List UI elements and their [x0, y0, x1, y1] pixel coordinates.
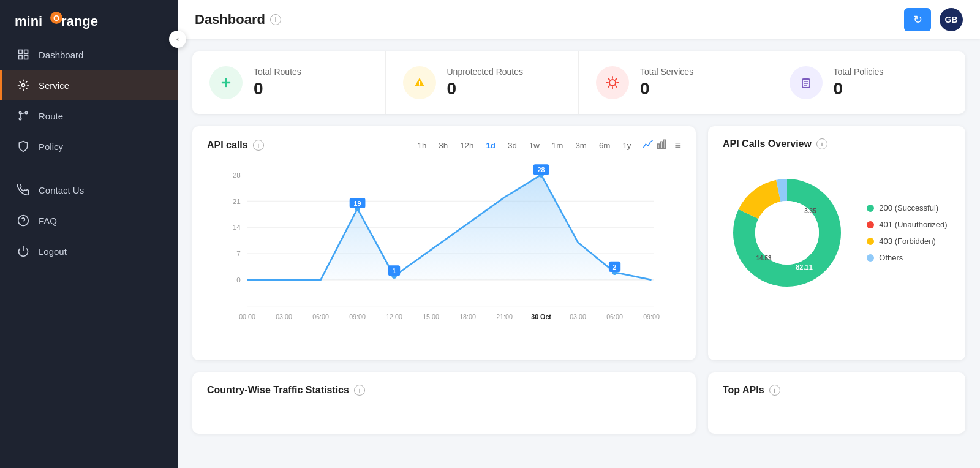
svg-text:28: 28: [233, 171, 241, 179]
svg-rect-5: [24, 50, 28, 54]
sidebar-item-route[interactable]: Route: [0, 100, 178, 131]
svg-text:06:00: 06:00: [312, 313, 329, 320]
stats-row: Total Routes 0 ! Unprotected Routes 0: [192, 51, 965, 114]
stat-info-unprotected-routes: Unprotected Routes 0: [447, 67, 524, 99]
legend-label-others: Others: [879, 253, 903, 262]
page-title: Dashboard i: [195, 12, 281, 28]
svg-text:03:00: 03:00: [570, 313, 586, 320]
power-icon: [17, 244, 30, 258]
total-policies-icon: [790, 66, 823, 99]
svg-text:30 Oct: 30 Oct: [531, 313, 551, 320]
svg-rect-7: [24, 56, 28, 59]
time-btn-1y[interactable]: 1y: [618, 139, 635, 152]
total-services-label: Total Services: [640, 67, 693, 77]
refresh-button[interactable]: ↻: [904, 8, 931, 31]
svg-rect-6: [19, 56, 23, 59]
total-routes-label: Total Routes: [254, 67, 301, 77]
donut-svg: 3.35 14.53 82.11: [726, 172, 848, 294]
svg-text:3.35: 3.35: [805, 208, 817, 214]
time-btn-3h[interactable]: 3h: [434, 139, 452, 152]
svg-text:09:00: 09:00: [643, 313, 660, 320]
sidebar-item-label: Logout: [39, 246, 67, 257]
time-btn-3m[interactable]: 3m: [571, 139, 591, 152]
total-services-icon: [596, 66, 629, 99]
total-policies-value: 0: [834, 79, 884, 99]
country-traffic-title: Country-Wise Traffic Statistics i: [207, 385, 681, 396]
stat-card-total-routes: Total Routes 0: [192, 51, 386, 114]
topbar-right: ↻ GB: [904, 8, 963, 31]
sidebar-item-label: Contact Us: [39, 185, 84, 195]
time-btn-3d[interactable]: 3d: [503, 139, 521, 152]
time-btn-12h[interactable]: 12h: [456, 139, 478, 152]
stat-info-total-policies: Total Policies 0: [834, 67, 884, 99]
svg-rect-21: [661, 142, 663, 148]
time-filters: 1h 3h 12h 1d 3d 1w 1m 3m 6m 1y: [413, 139, 636, 152]
svg-text:09:00: 09:00: [349, 313, 366, 320]
grid-icon: [17, 48, 30, 61]
svg-text:O: O: [53, 13, 59, 23]
line-chart-btn[interactable]: [643, 138, 654, 152]
shield-icon: [17, 140, 30, 153]
sidebar: mini O range ‹ Dashboard Servic: [0, 0, 178, 468]
time-btn-6m[interactable]: 6m: [595, 139, 615, 152]
svg-text:14.53: 14.53: [756, 255, 772, 262]
svg-rect-22: [664, 140, 666, 148]
svg-text:!: !: [418, 81, 420, 88]
unprotected-routes-value: 0: [447, 79, 524, 99]
svg-text:2: 2: [613, 263, 617, 271]
content-area: Total Routes 0 ! Unprotected Routes 0: [178, 39, 980, 446]
api-calls-info-icon[interactable]: i: [253, 140, 264, 151]
svg-point-9: [19, 118, 21, 119]
country-traffic-info-icon[interactable]: i: [354, 385, 365, 396]
sidebar-item-logout[interactable]: Logout: [0, 236, 178, 266]
time-btn-1d[interactable]: 1d: [481, 139, 500, 152]
line-chart-svg: 28 21 14 7 0: [207, 162, 681, 345]
svg-text:12:00: 12:00: [386, 313, 402, 320]
legend-dot-401: [867, 221, 874, 228]
stat-info-total-services: Total Services 0: [640, 67, 693, 99]
sidebar-item-label: FAQ: [39, 216, 57, 226]
top-apis-info-icon[interactable]: i: [769, 385, 780, 396]
sidebar-item-label: Service: [39, 80, 69, 91]
logo: mini O range: [0, 0, 178, 39]
sidebar-item-service[interactable]: Service: [0, 70, 178, 100]
api-overview-chart-card: API Calls Overview i: [708, 126, 965, 360]
api-overview-chart-title: API Calls Overview i: [723, 138, 827, 149]
country-traffic-card: Country-Wise Traffic Statistics i: [192, 372, 696, 434]
svg-text:19: 19: [354, 200, 361, 207]
chart-menu-icon[interactable]: ≡: [674, 139, 681, 152]
svg-rect-20: [658, 144, 660, 149]
svg-text:15:00: 15:00: [423, 313, 439, 320]
total-routes-icon: [209, 66, 243, 99]
sidebar-item-label: Dashboard: [39, 50, 83, 60]
stat-card-total-services: Total Services 0: [579, 51, 772, 114]
svg-text:14: 14: [233, 223, 241, 231]
time-btn-1h[interactable]: 1h: [413, 139, 431, 152]
sidebar-item-faq[interactable]: FAQ: [0, 205, 178, 236]
legend-dot-others: [867, 254, 874, 262]
svg-text:range: range: [61, 13, 98, 29]
legend-item-403: 403 (Forbidden): [867, 236, 947, 246]
sidebar-item-policy[interactable]: Policy: [0, 131, 178, 162]
total-routes-value: 0: [254, 79, 301, 99]
bar-chart-btn[interactable]: [656, 138, 667, 152]
sidebar-item-dashboard[interactable]: Dashboard: [0, 39, 178, 70]
sidebar-item-contact[interactable]: Contact Us: [0, 175, 178, 205]
legend-item-200: 200 (Successful): [867, 203, 947, 213]
bottom-row: Country-Wise Traffic Statistics i Top AP…: [192, 372, 965, 434]
svg-text:0: 0: [236, 276, 241, 284]
donut-wrap: 3.35 14.53 82.11 200 (Successful) 401 (U…: [723, 159, 951, 306]
svg-text:28: 28: [538, 166, 545, 173]
time-btn-1m[interactable]: 1m: [548, 139, 568, 152]
api-overview-info-icon[interactable]: i: [816, 138, 827, 149]
svg-text:18:00: 18:00: [459, 313, 476, 320]
top-apis-title: Top APIs i: [723, 385, 951, 396]
total-services-value: 0: [640, 79, 693, 99]
svg-text:03:00: 03:00: [276, 313, 292, 320]
stat-card-total-policies: Total Policies 0: [772, 51, 966, 114]
legend-dot-403: [867, 238, 874, 245]
title-info-icon[interactable]: i: [270, 14, 281, 25]
time-btn-1w[interactable]: 1w: [525, 139, 544, 152]
svg-rect-4: [19, 50, 23, 54]
sidebar-collapse-button[interactable]: ‹: [169, 31, 186, 48]
